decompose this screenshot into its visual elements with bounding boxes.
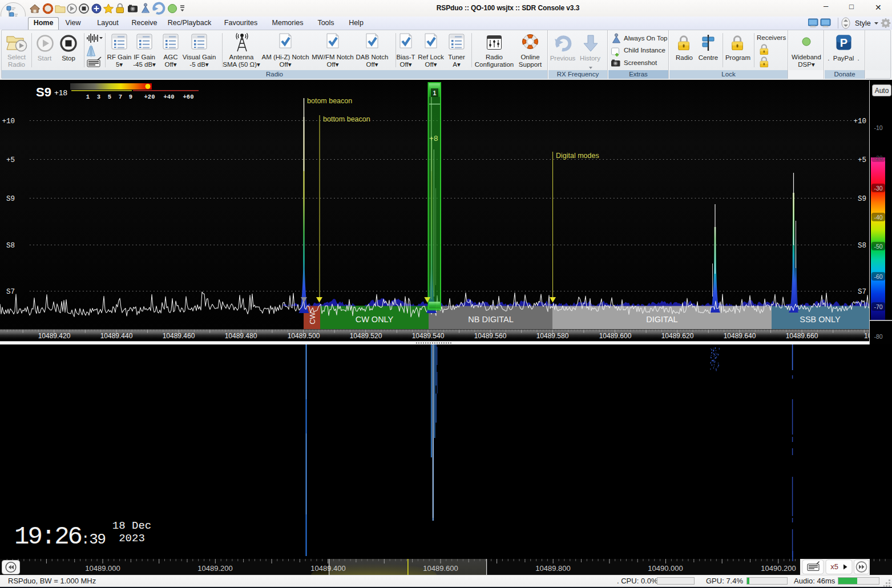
svg-text:1: 1	[433, 90, 437, 96]
svg-text:+40: +40	[164, 94, 175, 100]
svg-text:10489.540: 10489.540	[412, 332, 445, 340]
svg-text:10489.600: 10489.600	[599, 332, 632, 340]
svg-text:10489.520: 10489.520	[350, 332, 382, 340]
svg-text:CW ONLY: CW ONLY	[356, 315, 394, 324]
svg-text:Auto: Auto	[875, 87, 889, 95]
svg-text:botom beacon: botom beacon	[307, 97, 352, 105]
svg-text:S9: S9	[36, 85, 51, 99]
svg-text:-40: -40	[874, 214, 882, 221]
svg-text:10489.440: 10489.440	[100, 332, 133, 340]
svg-text:-30: -30	[874, 185, 882, 192]
svg-text:bottom beacon: bottom beacon	[323, 115, 370, 123]
svg-text:S7: S7	[6, 288, 15, 296]
svg-text:10489.580: 10489.580	[536, 332, 569, 340]
svg-text:10489.000: 10489.000	[85, 564, 120, 573]
svg-text:10489.480: 10489.480	[225, 332, 257, 340]
svg-text:+20: +20	[144, 94, 155, 100]
svg-text:10489.500: 10489.500	[288, 332, 320, 340]
svg-text:+18: +18	[54, 88, 67, 97]
svg-text:7: 7	[119, 94, 122, 100]
svg-text:-60: -60	[874, 273, 882, 280]
svg-text:NB DIGITAL: NB DIGITAL	[468, 315, 514, 324]
svg-text:-20: -20	[874, 155, 882, 161]
svg-text:-10: -10	[874, 124, 882, 131]
svg-text:S7: S7	[858, 288, 866, 296]
svg-text:x5: x5	[830, 562, 838, 571]
svg-text:10489.620: 10489.620	[661, 332, 694, 340]
svg-text:+8: +8	[429, 134, 438, 143]
svg-text:9: 9	[129, 94, 132, 100]
svg-text:-50: -50	[874, 243, 882, 250]
svg-text:-70: -70	[874, 303, 882, 310]
svg-text:5: 5	[108, 94, 111, 100]
svg-text:3: 3	[97, 94, 100, 100]
svg-text:+5: +5	[858, 156, 866, 164]
svg-text:DIGITAL: DIGITAL	[646, 315, 677, 324]
svg-text:+60: +60	[183, 94, 194, 100]
svg-text:10489.420: 10489.420	[38, 332, 71, 340]
svg-text:1: 1	[86, 94, 90, 100]
svg-text:10489.460: 10489.460	[163, 332, 195, 340]
svg-text:+10: +10	[853, 117, 866, 125]
svg-text:S8: S8	[858, 242, 866, 250]
svg-text:10489.800: 10489.800	[535, 564, 570, 573]
svg-text:10489.640: 10489.640	[724, 332, 756, 340]
svg-text:S9: S9	[858, 195, 866, 203]
svg-text:10489.400: 10489.400	[310, 564, 345, 573]
svg-text:10489.660: 10489.660	[786, 332, 818, 340]
svg-text:-80: -80	[874, 333, 882, 340]
svg-text:S8: S8	[6, 242, 15, 250]
svg-text:CW: CW	[308, 311, 317, 324]
svg-text:10489.560: 10489.560	[474, 332, 507, 340]
svg-text:10490.200: 10490.200	[761, 564, 796, 573]
svg-text:S9: S9	[6, 195, 15, 203]
svg-text:+5: +5	[6, 156, 15, 164]
svg-text:+10: +10	[2, 117, 15, 125]
svg-text:10490.000: 10490.000	[648, 564, 683, 573]
svg-text:10489.600: 10489.600	[423, 564, 458, 573]
svg-text:10489.200: 10489.200	[197, 564, 232, 573]
svg-text:SSB ONLY: SSB ONLY	[800, 315, 841, 324]
svg-text:Digital modes: Digital modes	[556, 152, 599, 160]
